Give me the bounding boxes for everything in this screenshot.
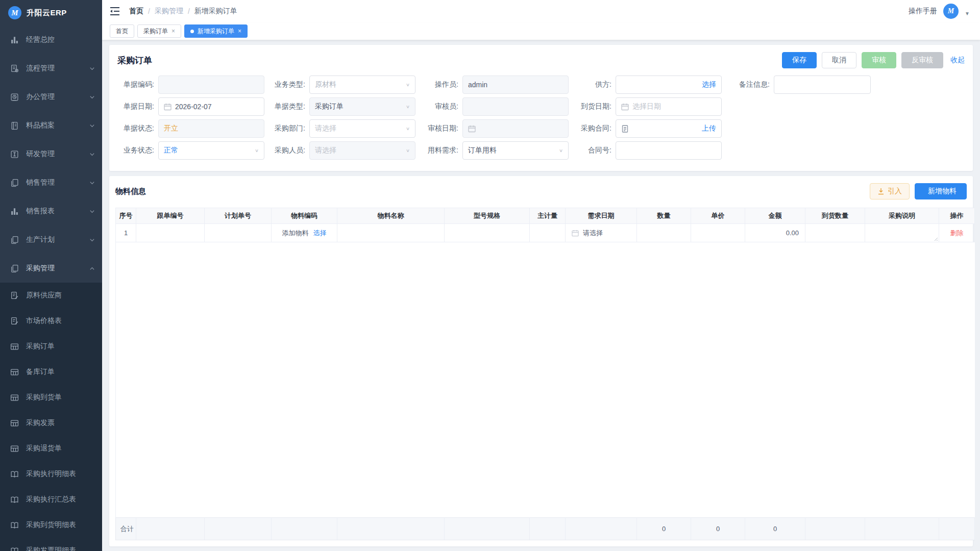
tab-bar: 首页采购订单×新增采购订单×: [102, 22, 980, 40]
sidebar-item-销售报表[interactable]: 销售报表: [0, 197, 102, 226]
column-header-采购说明: 采购说明: [865, 208, 939, 224]
arrival-date-label: 到货日期:: [575, 102, 616, 111]
column-header-跟单编号: 跟单编号: [136, 208, 205, 224]
sidebar-subitem-label: 备库订单: [26, 367, 95, 377]
doc-date-picker[interactable]: 2026-02-07: [158, 97, 264, 116]
column-header-型号规格: 型号规格: [445, 208, 530, 224]
sidebar-subitem-原料供应商[interactable]: 原料供应商: [0, 283, 102, 308]
sidebar-subitem-label: 采购执行明细表: [26, 469, 95, 479]
purchase-dept-select[interactable]: 请选择∨: [309, 119, 415, 138]
auditor-label: 审核员:: [422, 102, 462, 111]
cell-tracking-no[interactable]: [136, 224, 205, 242]
sidebar-subitem-label: 采购执行汇总表: [26, 495, 95, 504]
open-book-icon: [10, 546, 19, 551]
sidebar-item-label: 流程管理: [26, 64, 82, 73]
cell-purchase-note[interactable]: [865, 224, 939, 242]
sidebar-subitem-采购到货明细表[interactable]: 采购到货明细表: [0, 512, 102, 538]
tab-采购订单[interactable]: 采购订单×: [137, 24, 181, 38]
calendar-icon: [468, 125, 476, 133]
material-section-title: 物料信息: [115, 187, 146, 196]
biz-status-select[interactable]: 正常∨: [158, 141, 264, 160]
cell-qty[interactable]: [637, 224, 691, 242]
remark-input[interactable]: [774, 76, 871, 94]
sidebar-subitem-采购执行汇总表[interactable]: 采购执行汇总表: [0, 487, 102, 512]
close-icon[interactable]: ×: [172, 28, 175, 34]
chevron-down-icon: ∨: [406, 104, 410, 109]
demand-date-placeholder: 请选择: [583, 229, 603, 238]
tab-新增采购订单[interactable]: 新增采购订单×: [184, 24, 248, 38]
tab-label: 采购订单: [143, 27, 168, 36]
sidebar-item-流程管理[interactable]: 流程管理: [0, 54, 102, 83]
audit-date-label: 审核日期:: [422, 124, 462, 133]
sidebar-subitem-label: 采购退货单: [26, 444, 95, 453]
cell-plan-no[interactable]: [205, 224, 272, 242]
table-row: 1 添加物料 选择: [116, 224, 975, 242]
grid-icon: [10, 342, 19, 351]
sidebar-item-生产计划[interactable]: 生产计划: [0, 226, 102, 254]
sidebar-subitem-采购订单[interactable]: 采购订单: [0, 334, 102, 359]
avatar[interactable]: M: [943, 4, 959, 19]
sidebar-collapse-icon[interactable]: [110, 7, 120, 16]
close-icon[interactable]: ×: [238, 28, 241, 34]
arrival-date-picker[interactable]: 选择日期: [616, 97, 722, 116]
caret-down-icon[interactable]: ▼: [965, 11, 970, 16]
sidebar-item-label: 销售报表: [26, 207, 82, 216]
sidebar-subitem-采购到货单[interactable]: 采购到货单: [0, 385, 102, 410]
cell-demand-date[interactable]: 请选择: [566, 224, 637, 242]
sidebar-item-研发管理[interactable]: 研发管理: [0, 140, 102, 168]
sidebar-subitem-备库订单[interactable]: 备库订单: [0, 359, 102, 385]
import-button[interactable]: 引入: [870, 183, 910, 199]
material-select-link[interactable]: 选择: [313, 229, 327, 238]
cell-unit: [530, 224, 566, 242]
breadcrumb-current: 新增采购订单: [194, 7, 237, 16]
footer-price-total: 0: [691, 518, 745, 540]
calendar-icon: [621, 103, 629, 111]
column-header-到货数量: 到货数量: [805, 208, 865, 224]
chart-bar-icon: [10, 207, 19, 216]
contract-no-input[interactable]: [616, 141, 722, 160]
sidebar-subitem-采购发票明细表[interactable]: 采购发票明细表: [0, 538, 102, 551]
sidebar-submenu: 原料供应商市场价格表采购订单备库订单采购到货单采购发票采购退货单采购执行明细表采…: [0, 283, 102, 551]
sidebar-subitem-采购发票[interactable]: 采购发票: [0, 410, 102, 436]
collapse-link[interactable]: 收起: [950, 56, 965, 65]
sidebar-item-料品档案[interactable]: 料品档案: [0, 111, 102, 140]
column-header-物料名称: 物料名称: [337, 208, 445, 224]
sidebar-item-采购管理[interactable]: 采购管理: [0, 254, 102, 283]
add-material-button[interactable]: 新增物料: [915, 183, 967, 199]
supplier-input[interactable]: 选择: [616, 76, 722, 94]
contract-upload-box[interactable]: 上传: [616, 119, 722, 138]
chevron-down-icon: [89, 209, 95, 214]
breadcrumb-home[interactable]: 首页: [129, 7, 143, 16]
doc-flow-icon: [10, 64, 19, 73]
sidebar-subitem-label: 采购到货单: [26, 393, 95, 402]
doc-date-label: 单据日期:: [117, 102, 158, 111]
sidebar-subitem-市场价格表[interactable]: 市场价格表: [0, 308, 102, 334]
sidebar-item-销售管理[interactable]: 销售管理: [0, 168, 102, 197]
sidebar-item-办公管理[interactable]: 办公管理: [0, 83, 102, 111]
manual-link[interactable]: 操作手册: [909, 7, 937, 16]
grid-icon: [10, 419, 19, 428]
column-header-序号: 序号: [116, 208, 136, 224]
cell-material-code[interactable]: 添加物料 选择: [272, 224, 337, 242]
brand-name: 升阳云ERP: [27, 8, 67, 18]
cell-price[interactable]: [691, 224, 745, 242]
delete-row-link[interactable]: 删除: [950, 229, 964, 237]
save-button[interactable]: 保存: [782, 52, 817, 68]
supplier-select-link[interactable]: 选择: [702, 80, 716, 89]
sidebar-item-label: 生产计划: [26, 235, 82, 244]
cancel-button[interactable]: 取消: [822, 52, 856, 68]
biz-type-label: 业务类型:: [268, 80, 309, 89]
contract-upload-link[interactable]: 上传: [702, 124, 716, 133]
demand-select[interactable]: 订单用料∨: [462, 141, 569, 160]
biz-type-select[interactable]: 原材料∨: [309, 76, 415, 94]
tab-首页[interactable]: 首页: [110, 24, 134, 38]
unaudit-button: 反审核: [901, 52, 943, 68]
doc-code-label: 单据编码:: [117, 80, 158, 89]
sidebar-subitem-采购退货单[interactable]: 采购退货单: [0, 436, 102, 461]
sidebar-item-label: 办公管理: [26, 92, 82, 102]
sidebar: M 升阳云ERP 经营总控流程管理办公管理料品档案研发管理销售管理销售报表生产计…: [0, 0, 102, 551]
sidebar-subitem-采购执行明细表[interactable]: 采购执行明细表: [0, 461, 102, 487]
doc-edit-icon: [10, 317, 19, 325]
sidebar-item-经营总控[interactable]: 经营总控: [0, 26, 102, 54]
sidebar-item-label: 经营总控: [26, 35, 95, 44]
